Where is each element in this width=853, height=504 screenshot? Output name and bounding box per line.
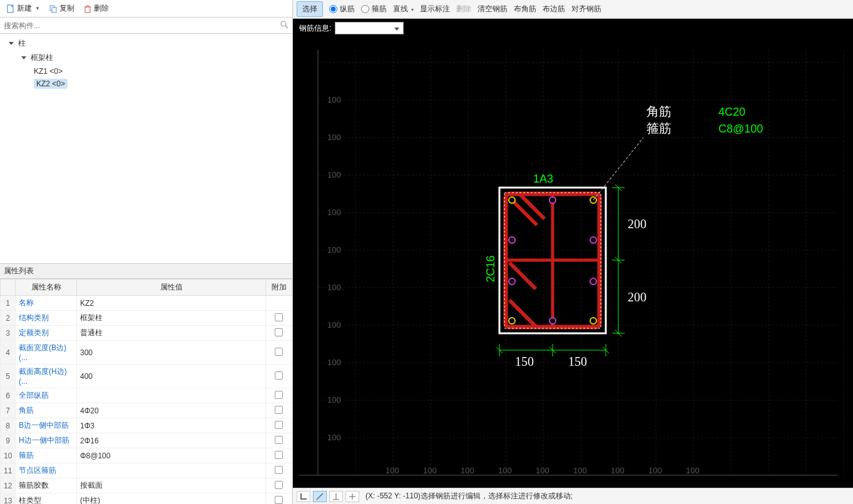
svg-line-7 xyxy=(285,26,288,28)
snap-endpoint-icon[interactable] xyxy=(297,491,310,502)
table-row[interactable]: 3定额类别普通柱 xyxy=(1,326,292,341)
prop-name: 箍筋胶数 xyxy=(16,478,77,493)
prop-extra xyxy=(266,478,292,493)
prop-value[interactable]: 300 xyxy=(77,341,266,365)
grid-label-x: 100 xyxy=(648,466,662,475)
checkbox[interactable] xyxy=(275,371,283,380)
edge-button[interactable]: 布边筋 xyxy=(543,4,565,14)
grid-label-y: 100 xyxy=(327,320,341,330)
row-num: 8 xyxy=(1,418,16,433)
snap-perp-icon[interactable] xyxy=(329,491,343,502)
copy-button[interactable]: 复制 xyxy=(45,2,78,15)
prop-name: 结构类别 xyxy=(16,311,77,326)
table-row[interactable]: 11节点区箍筋 xyxy=(1,463,292,478)
clear-rebar-button[interactable]: 清空钢筋 xyxy=(478,4,508,14)
label-stirrup: 箍筋 xyxy=(646,121,672,135)
prop-value[interactable]: 400 xyxy=(77,365,266,388)
tree-label: 柱 xyxy=(18,39,26,48)
checkbox[interactable] xyxy=(275,421,283,429)
prop-value[interactable]: KZ2 xyxy=(77,296,266,311)
row-num: 6 xyxy=(1,388,16,403)
checkbox[interactable] xyxy=(275,466,283,474)
grid-label-y: 100 xyxy=(327,95,341,104)
delete-button[interactable]: 删除 xyxy=(79,2,113,15)
checkbox[interactable] xyxy=(275,496,283,504)
table-row[interactable]: 5截面高度(H边)(...400 xyxy=(1,365,292,388)
checkbox[interactable] xyxy=(275,348,283,356)
dim-150a: 150 xyxy=(515,355,534,368)
row-num: 7 xyxy=(1,403,16,418)
table-row[interactable]: 8B边一侧中部筋1Φ3 xyxy=(1,418,292,433)
table-row[interactable]: 9H边一侧中部筋2Φ16 xyxy=(1,433,292,448)
label-corner: 角筋 xyxy=(646,104,672,118)
table-row[interactable]: 7角筋4Φ20 xyxy=(1,403,292,418)
prop-value[interactable]: 4Φ20 xyxy=(77,403,266,418)
grid-label-y: 100 xyxy=(327,245,341,255)
grid-label-y: 100 xyxy=(327,133,341,142)
radio-longbar-input[interactable] xyxy=(329,5,337,13)
rebar-info-select[interactable]: 1C18 xyxy=(335,22,404,34)
corner-button[interactable]: 布角筋 xyxy=(514,4,536,14)
rebar-info-row: 钢筋信息: 1C18 xyxy=(293,19,853,38)
prop-name: 定额类别 xyxy=(16,326,77,341)
checkbox[interactable] xyxy=(275,481,283,489)
table-row[interactable]: 12箍筋胶数按截面 xyxy=(1,478,292,493)
copy-icon xyxy=(49,4,58,13)
checkbox[interactable] xyxy=(275,391,283,399)
prop-value[interactable]: 2Φ16 xyxy=(77,433,266,448)
checkbox[interactable] xyxy=(275,406,283,414)
table-row[interactable]: 10箍筋Φ8@100 xyxy=(1,448,292,463)
table-row[interactable]: 1名称KZ2 xyxy=(1,296,292,311)
canvas[interactable]: 100100100100100100100100100100 100100100… xyxy=(293,38,853,488)
checkbox[interactable] xyxy=(275,328,283,336)
grid-label-x: 100 xyxy=(611,466,625,475)
grid-label-x: 100 xyxy=(461,466,474,475)
search-input[interactable] xyxy=(4,21,280,30)
prop-value[interactable] xyxy=(77,388,266,403)
grid-label-x: 100 xyxy=(386,466,399,475)
col-rownum xyxy=(1,280,16,296)
search-icon[interactable] xyxy=(280,20,289,31)
checkbox[interactable] xyxy=(275,436,283,444)
table-row[interactable]: 13柱类型(中柱) xyxy=(1,493,292,505)
status-text: (X: -552 Y: -110)选择钢筋进行编辑，选择标注进行修改或移动; xyxy=(365,491,573,501)
row-num: 10 xyxy=(1,448,16,463)
property-panel-header: 属性列表 xyxy=(0,264,292,279)
prop-value[interactable]: 普通柱 xyxy=(77,326,266,341)
radio-stirrup[interactable]: 箍筋 xyxy=(361,4,387,14)
svg-point-49 xyxy=(509,237,515,243)
prop-extra xyxy=(266,326,292,341)
prop-value[interactable]: 按截面 xyxy=(77,478,266,493)
tree-node-kz1[interactable]: KZ1 <0> xyxy=(0,65,292,78)
prop-value[interactable]: (中柱) xyxy=(77,493,266,505)
snap-cross-icon[interactable] xyxy=(345,491,359,502)
tree-node-kz2[interactable]: KZ2 <0> xyxy=(0,78,292,90)
delete-rebar-button[interactable]: 删除 xyxy=(456,4,471,14)
svg-rect-71 xyxy=(300,493,302,500)
select-button[interactable]: 选择 xyxy=(297,1,323,17)
prop-value[interactable]: Φ8@100 xyxy=(77,448,266,463)
line-button[interactable]: 直线 ▾ xyxy=(393,4,414,14)
tree-node-frame-column[interactable]: 框架柱 xyxy=(0,51,292,65)
show-annot-button[interactable]: 显示标注 xyxy=(420,4,450,14)
prop-extra xyxy=(266,433,292,448)
new-button[interactable]: 新建 ▼ xyxy=(3,2,44,15)
table-row[interactable]: 2结构类别框架柱 xyxy=(1,311,292,326)
prop-value[interactable] xyxy=(77,463,266,478)
align-button[interactable]: 对齐钢筋 xyxy=(571,4,601,14)
radio-longbar[interactable]: 纵筋 xyxy=(329,4,355,14)
checkbox[interactable] xyxy=(275,451,283,459)
svg-line-40 xyxy=(511,199,537,225)
table-row[interactable]: 4截面宽度(B边)(...300 xyxy=(1,341,292,365)
prop-value[interactable]: 1Φ3 xyxy=(77,418,266,433)
label-top: 1A3 xyxy=(533,173,553,185)
grid-label-y: 100 xyxy=(327,283,341,292)
radio-stirrup-input[interactable] xyxy=(361,5,369,13)
table-row[interactable]: 6全部纵筋 xyxy=(1,388,292,403)
delete-label: 删除 xyxy=(94,3,109,14)
trash-icon xyxy=(83,4,92,13)
checkbox[interactable] xyxy=(275,313,283,321)
snap-line-icon[interactable] xyxy=(313,491,327,502)
prop-value[interactable]: 框架柱 xyxy=(77,311,266,326)
tree-node-root[interactable]: 柱 xyxy=(0,36,292,51)
